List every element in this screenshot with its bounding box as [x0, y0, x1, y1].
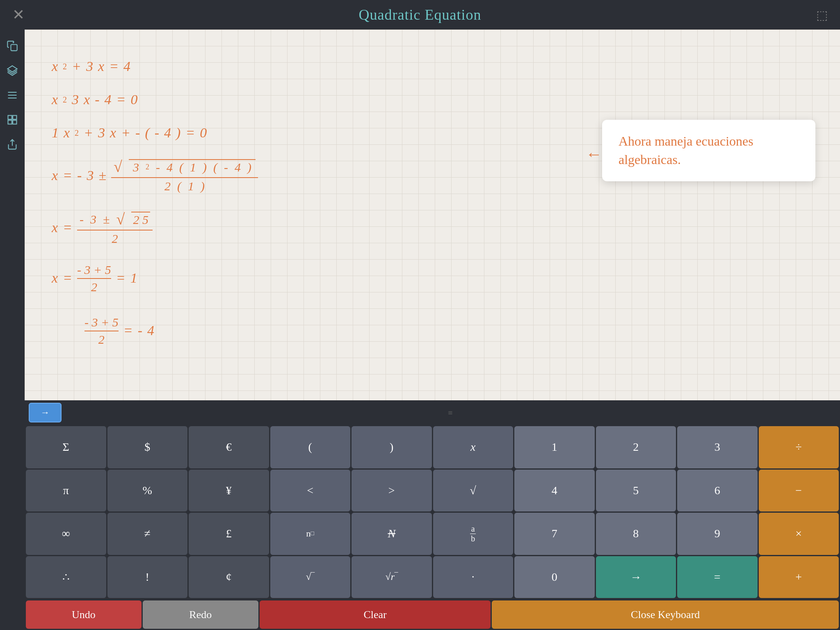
close-button[interactable]: ✕ [12, 6, 25, 23]
eq1-x: x [52, 58, 58, 75]
svg-rect-7 [8, 120, 12, 124]
key-dollar[interactable]: $ [107, 426, 188, 468]
grid-icon[interactable] [4, 112, 21, 128]
equation-line-5: x = - 3 ± √ 2 5 2 [49, 210, 815, 246]
key-3[interactable]: 3 [677, 426, 758, 468]
key-right-paren[interactable]: ) [352, 426, 432, 468]
tooltip-text: Ahora maneja ecuaciones algebraicas. [619, 134, 753, 167]
solution1-frac: - 3 + 5 2 [77, 262, 111, 294]
key-equals[interactable]: = [677, 556, 758, 598]
key-left-paren[interactable]: ( [270, 426, 351, 468]
key-natural-num[interactable]: N [352, 513, 432, 555]
keyboard-topbar: → ≡ [25, 400, 840, 425]
keyboard-panel: → ≡ Σ $ € ( ) x 1 2 3 ÷ [25, 400, 840, 630]
key-superscript[interactable]: n□ [270, 513, 351, 555]
key-divide[interactable]: ÷ [759, 426, 839, 468]
key-2[interactable]: 2 [596, 426, 676, 468]
svg-rect-0 [11, 45, 17, 51]
layers-icon[interactable] [4, 62, 21, 79]
equation-line-2: x2 3 x - 4 = 0 [49, 91, 815, 108]
quadratic-formula-frac: √ 32 - 4 ( 1 ) ( - 4 ) [111, 158, 258, 194]
key-less-than[interactable]: < [270, 470, 351, 512]
key-0[interactable]: 0 [514, 556, 595, 598]
key-dot[interactable]: · [433, 556, 514, 598]
equation-line-7: - 3 + 5 2 = - 4 [82, 315, 815, 347]
expand-button[interactable]: ⬚ [816, 8, 828, 22]
document-icon[interactable] [4, 87, 21, 103]
key-cent[interactable]: ¢ [189, 556, 269, 598]
key-1[interactable]: 1 [514, 426, 595, 468]
key-pi[interactable]: π [26, 470, 106, 512]
equation-line-6: x = - 3 + 5 2 = 1 [49, 262, 815, 294]
key-percent[interactable]: % [107, 470, 188, 512]
clear-button[interactable]: Clear [260, 600, 491, 629]
key-8[interactable]: 8 [596, 513, 676, 555]
key-greater-than[interactable]: > [352, 470, 432, 512]
main-layout: x2 + 3 x = 4 x2 3 x - 4 = 0 1 x2 + [0, 30, 840, 630]
page-title: Quadratic Equation [359, 6, 482, 23]
key-pound[interactable]: £ [189, 513, 269, 555]
key-plus[interactable]: + [759, 556, 839, 598]
undo-button[interactable]: Undo [26, 600, 142, 629]
share-icon[interactable] [4, 136, 21, 153]
key-therefore[interactable]: ∴ [26, 556, 106, 598]
key-5[interactable]: 5 [596, 470, 676, 512]
key-yen[interactable]: ¥ [189, 470, 269, 512]
key-sqrt[interactable]: √ [433, 470, 514, 512]
svg-rect-6 [13, 116, 16, 119]
svg-rect-8 [13, 120, 16, 124]
solution2-frac: - 3 + 5 2 [84, 315, 119, 347]
key-6[interactable]: 6 [677, 470, 758, 512]
arrow-key-button[interactable]: → [29, 403, 62, 422]
close-keyboard-button[interactable]: Close Keyboard [492, 600, 839, 629]
tooltip-arrow: ← [586, 144, 602, 164]
sidebar [0, 30, 25, 630]
keyboard-grid: Σ $ € ( ) x 1 2 3 ÷ π % ¥ < > √ 4 [25, 425, 840, 599]
key-sqrt-empty[interactable]: √‾ [270, 556, 351, 598]
key-fraction[interactable]: ab [433, 513, 514, 555]
content-area: x2 + 3 x = 4 x2 3 x - 4 = 0 1 x2 + [25, 30, 840, 630]
equation-line-1: x2 + 3 x = 4 [49, 58, 815, 75]
equations-area: x2 + 3 x = 4 x2 3 x - 4 = 0 1 x2 + [25, 30, 840, 400]
drag-lines-icon: ≡ [448, 408, 453, 418]
tooltip-bubble: ← Ahora maneja ecuaciones algebraicas. [602, 120, 815, 181]
key-7[interactable]: 7 [514, 513, 595, 555]
redo-button[interactable]: Redo [143, 600, 258, 629]
key-euro[interactable]: € [189, 426, 269, 468]
key-sigma[interactable]: Σ [26, 426, 106, 468]
key-infinity[interactable]: ∞ [26, 513, 106, 555]
copy-icon[interactable] [4, 38, 21, 54]
key-not-equal[interactable]: ≠ [107, 513, 188, 555]
key-sqrt-r[interactable]: √r‾ [352, 556, 432, 598]
key-exclamation[interactable]: ! [107, 556, 188, 598]
simplified-formula-frac: - 3 ± √ 2 5 2 [77, 210, 153, 246]
key-multiply[interactable]: × [759, 513, 839, 555]
key-arrow-right[interactable]: → [596, 556, 676, 598]
key-9[interactable]: 9 [677, 513, 758, 555]
app-header: ✕ Quadratic Equation ⬚ [0, 0, 840, 30]
drag-handle[interactable]: ≡ [66, 408, 836, 418]
keyboard-actions: Undo Redo Clear Close Keyboard [25, 599, 840, 630]
key-x-var[interactable]: x [433, 426, 514, 468]
key-4[interactable]: 4 [514, 470, 595, 512]
svg-rect-5 [8, 116, 12, 119]
key-minus[interactable]: − [759, 470, 839, 512]
